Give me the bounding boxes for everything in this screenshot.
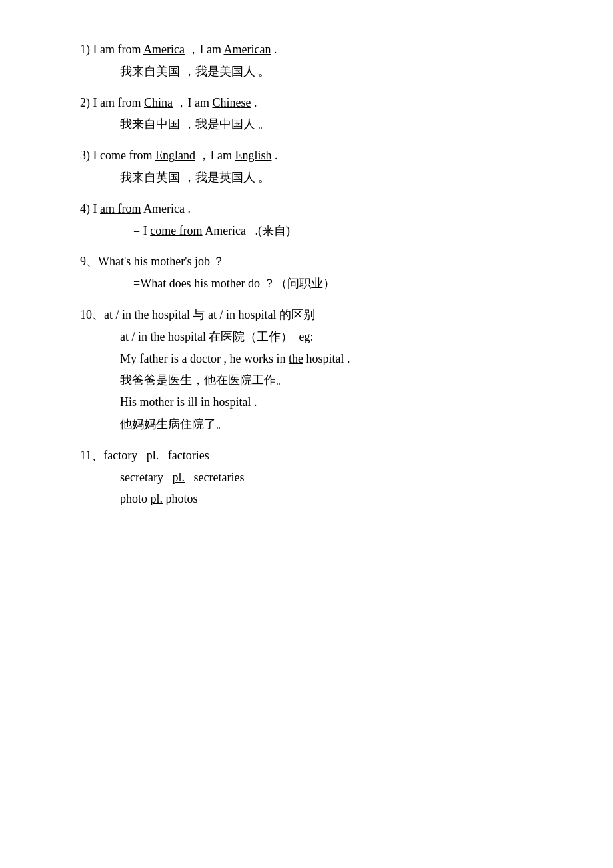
underline-pl-1: pl. <box>172 471 185 484</box>
section-10: 10、at / in the hospital 与 at / in hospit… <box>80 305 533 434</box>
section-10-line3: 我爸爸是医生，他在医院工作。 <box>120 371 533 390</box>
underline-america-1: America <box>143 43 185 56</box>
page-content: 1) I am from America ，I am American . 我来… <box>80 40 533 509</box>
section-4: 4) I am from America . = I come from Ame… <box>80 199 533 241</box>
section-2-english: 2) I am from China ，I am Chinese . <box>80 93 533 113</box>
section-9-line1: 9、What's his mother's job ？ <box>80 252 533 271</box>
section-11-line2: photo pl. photos <box>120 489 533 509</box>
section-11-title: 11、factory pl. factories <box>80 446 533 465</box>
underline-pl-2: pl. <box>151 492 163 505</box>
section-2-chinese: 我来自中国 ，我是中国人 。 <box>120 115 533 134</box>
section-10-line1: at / in the hospital 在医院（工作） eg: <box>120 327 533 347</box>
section-2: 2) I am from China ，I am Chinese . 我来自中国… <box>80 93 533 135</box>
section-10-line2: My father is a doctor , he works in the … <box>120 349 533 369</box>
underline-am-from: am from <box>100 202 141 215</box>
section-3: 3) I come from England ，I am English . 我… <box>80 146 533 187</box>
underline-the: the <box>289 352 303 365</box>
section-9-line2: =What does his mother do ？（问职业） <box>133 274 533 293</box>
section-10-title: 10、at / in the hospital 与 at / in hospit… <box>80 305 533 325</box>
underline-english: English <box>235 149 271 162</box>
underline-american: American <box>223 43 271 56</box>
section-11-line1: secretary pl. secretaries <box>120 468 533 487</box>
section-9: 9、What's his mother's job ？ =What does h… <box>80 252 533 293</box>
underline-chinese: Chinese <box>212 96 251 109</box>
section-1-english: 1) I am from America ，I am American . <box>80 40 533 59</box>
section-10-line4: His mother is ill in hospital . <box>120 393 533 412</box>
section-1: 1) I am from America ，I am American . 我来… <box>80 40 533 81</box>
section-1-chinese: 我来自美国 ，我是美国人 。 <box>120 62 533 81</box>
underline-england: England <box>155 149 195 162</box>
underline-china: China <box>144 96 173 109</box>
section-4-line2: = I come from America .(来自) <box>133 221 533 241</box>
section-11: 11、factory pl. factories secretary pl. s… <box>80 446 533 509</box>
section-3-english: 3) I come from England ，I am English . <box>80 146 533 165</box>
underline-come-from: come from <box>150 224 202 237</box>
section-3-chinese: 我来自英国 ，我是英国人 。 <box>120 168 533 187</box>
section-4-line1: 4) I am from America . <box>80 199 533 219</box>
section-10-line5: 他妈妈生病住院了。 <box>120 415 533 434</box>
